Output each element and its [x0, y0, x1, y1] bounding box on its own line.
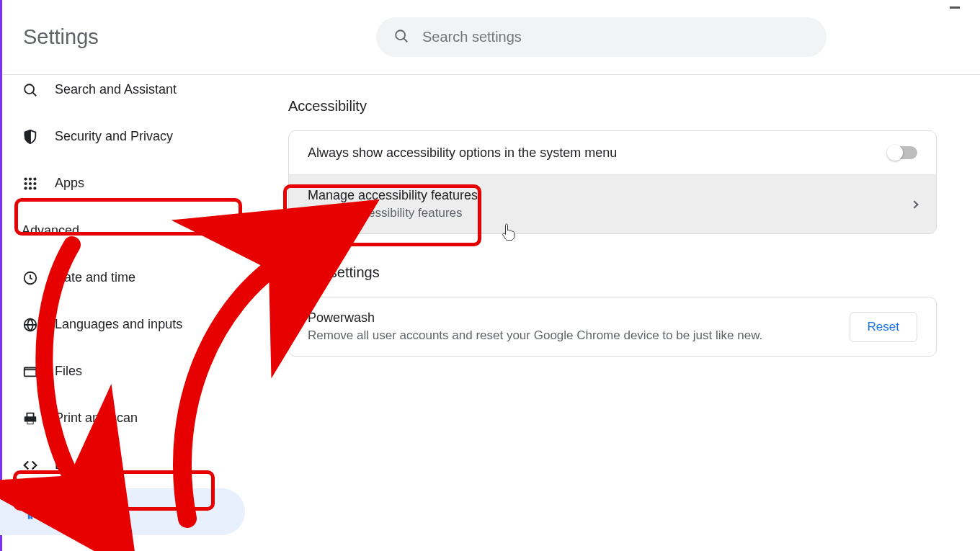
shield-icon [22, 128, 39, 145]
sidebar-item-search-assistant[interactable]: Search and Assistant [0, 66, 245, 113]
svg-rect-15 [24, 367, 37, 376]
sidebar-item-print-scan[interactable]: Print and scan [0, 395, 245, 442]
folder-icon [22, 363, 39, 380]
svg-point-7 [24, 182, 27, 184]
sidebar-item-security-privacy[interactable]: Security and Privacy [0, 113, 245, 160]
accessibility-icon [22, 503, 39, 521]
section-title-reset: Reset settings [288, 264, 937, 281]
svg-point-11 [29, 187, 32, 189]
code-icon [22, 457, 39, 474]
apps-icon [22, 175, 39, 192]
sidebar-item-accessibility[interactable]: Accessibility [0, 488, 245, 535]
sidebar-item-label: Search and Assistant [55, 82, 177, 97]
svg-line-3 [33, 92, 37, 96]
svg-point-10 [24, 187, 27, 189]
chevron-up-icon [209, 228, 218, 233]
sidebar-item-label: Print and scan [55, 411, 138, 426]
svg-point-9 [33, 182, 36, 184]
row-secondary: Remove all user accounts and reset your … [308, 328, 762, 343]
search-bar[interactable] [376, 17, 827, 57]
sidebar-item-label: Developers [55, 457, 120, 472]
svg-point-2 [24, 84, 34, 94]
minimize-icon[interactable] [950, 6, 960, 9]
row-label: Always show accessibility options in the… [308, 145, 617, 161]
globe-icon [22, 316, 39, 333]
sidebar-group-advanced[interactable]: Advanced [0, 210, 239, 251]
row-manage-accessibility-features[interactable]: Manage accessibility features Enable acc… [289, 174, 936, 233]
advanced-label: Advanced [22, 223, 79, 238]
reset-button[interactable]: Reset [850, 312, 917, 342]
row-primary: Powerwash [308, 310, 762, 326]
printer-icon [22, 410, 39, 427]
svg-point-4 [24, 177, 27, 180]
clock-icon [22, 269, 39, 287]
sidebar-item-label: Accessibility [55, 504, 125, 519]
sidebar-item-developers[interactable]: Developers [0, 442, 245, 488]
sidebar: Search and Assistant Security and Privac… [0, 66, 245, 551]
search-icon [393, 28, 409, 47]
search-input[interactable] [422, 29, 809, 45]
sidebar-item-apps[interactable]: Apps [0, 160, 245, 207]
sidebar-item-reset-settings[interactable]: Reset settings [0, 535, 245, 551]
section-title-accessibility: Accessibility [288, 98, 937, 115]
toggle-always-show[interactable] [888, 146, 917, 159]
svg-line-1 [404, 38, 408, 42]
svg-point-5 [29, 177, 32, 180]
sidebar-item-label: Security and Privacy [55, 129, 173, 144]
search-icon [22, 81, 39, 99]
sidebar-item-languages-inputs[interactable]: Languages and inputs [0, 301, 245, 348]
sidebar-item-label: Date and time [55, 270, 135, 285]
reset-card: Powerwash Remove all user accounts and r… [288, 297, 937, 357]
sidebar-item-label: Files [55, 364, 82, 379]
header: Settings [0, 0, 980, 75]
main-content: Accessibility Always show accessibility … [245, 75, 980, 551]
sidebar-item-label: Languages and inputs [55, 317, 182, 332]
svg-point-8 [29, 182, 32, 184]
sidebar-item-files[interactable]: Files [0, 348, 245, 395]
page-title: Settings [23, 25, 376, 49]
row-powerwash: Powerwash Remove all user accounts and r… [289, 297, 936, 356]
sidebar-item-date-time[interactable]: Date and time [0, 254, 245, 301]
row-always-show-accessibility: Always show accessibility options in the… [289, 131, 936, 174]
svg-point-12 [33, 187, 36, 189]
svg-point-0 [396, 30, 405, 40]
svg-point-16 [29, 505, 32, 508]
svg-point-6 [33, 177, 36, 180]
sidebar-item-label: Apps [55, 176, 84, 191]
row-secondary: Enable accessibility features [308, 206, 478, 220]
row-primary: Manage accessibility features [308, 188, 478, 203]
chevron-right-icon [910, 200, 918, 208]
accessibility-card: Always show accessibility options in the… [288, 130, 937, 234]
